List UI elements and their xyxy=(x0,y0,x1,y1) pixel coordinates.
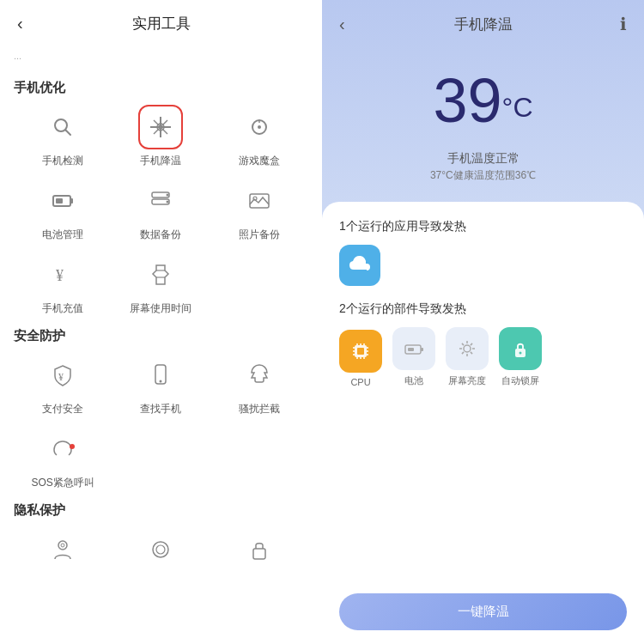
item-privacy2[interactable] xyxy=(112,527,210,572)
cpu-label: CPU xyxy=(350,377,370,387)
icon-pay-security: ¥ xyxy=(40,353,85,398)
svg-text:¥: ¥ xyxy=(58,371,64,383)
svg-point-16 xyxy=(167,201,169,204)
temp-value: 39 xyxy=(434,66,502,135)
components-section-label: 2个运行的部件导致发热 xyxy=(339,301,627,317)
item-find-phone[interactable]: 查找手机 xyxy=(112,353,210,416)
component-battery[interactable]: 电池 xyxy=(392,327,435,387)
label-photo-backup: 照片备份 xyxy=(239,228,280,242)
item-photo-backup[interactable]: 照片备份 xyxy=(210,179,308,242)
right-back-button[interactable]: ‹ xyxy=(339,15,345,34)
svg-rect-11 xyxy=(70,198,73,204)
left-content: ... 手机优化 手机检测 xyxy=(0,47,322,644)
component-autolock[interactable]: 自动锁屏 xyxy=(499,327,542,387)
temp-status: 手机温度正常 37°C健康温度范围36℃ xyxy=(322,144,644,186)
label-phone-recharge: 手机充值 xyxy=(42,301,83,316)
svg-point-28 xyxy=(153,542,168,557)
label-disturb-block: 骚扰拦截 xyxy=(239,402,280,416)
temp-normal-text: 手机温度正常 xyxy=(322,151,644,167)
optimize-grid: 手机检测 手机降温 xyxy=(14,105,308,316)
svg-line-1 xyxy=(66,131,71,136)
label-find-phone: 查找手机 xyxy=(140,402,181,416)
left-title: 实用工具 xyxy=(132,14,191,33)
left-header: ‹ 实用工具 xyxy=(0,0,322,47)
svg-rect-32 xyxy=(357,348,364,355)
right-title: 手机降温 xyxy=(454,15,513,34)
icon-sos-call xyxy=(40,427,85,471)
svg-rect-47 xyxy=(408,348,414,351)
label-battery-mgmt: 电池管理 xyxy=(42,228,83,242)
bottom-btn-wrap: 一键降温 xyxy=(322,583,644,644)
component-cpu[interactable]: CPU xyxy=(339,330,382,387)
temp-sub-text: 37°C健康温度范围36℃ xyxy=(322,168,644,183)
label-data-backup: 数据备份 xyxy=(140,228,181,242)
label-phone-cool: 手机降温 xyxy=(140,154,181,168)
right-header: ‹ 手机降温 ℹ xyxy=(322,0,644,48)
left-back-button[interactable]: ‹ xyxy=(17,14,23,33)
label-screen-time: 屏幕使用时间 xyxy=(130,301,191,316)
cpu-icon xyxy=(339,330,382,373)
svg-point-25 xyxy=(70,444,75,449)
item-phone-recharge[interactable]: ¥ 手机充值 xyxy=(14,252,112,316)
label-game-magic: 游戏魔盒 xyxy=(239,154,280,168)
item-sos-call[interactable]: SOS紧急呼叫 xyxy=(14,427,112,490)
item-disturb-block[interactable]: 骚扰拦截 xyxy=(210,353,308,416)
svg-rect-30 xyxy=(253,549,265,559)
svg-point-15 xyxy=(167,194,169,197)
components-grid: CPU 电池 xyxy=(339,327,627,387)
section-title-optimize: 手机优化 xyxy=(14,80,308,96)
section-title-security: 安全防护 xyxy=(14,328,308,344)
section-title-privacy: 隐私保护 xyxy=(14,502,308,519)
autolock-label: 自动锁屏 xyxy=(501,374,539,387)
cool-down-button[interactable]: 一键降温 xyxy=(339,593,627,630)
autolock-icon xyxy=(499,327,542,370)
svg-point-8 xyxy=(258,125,261,129)
svg-point-27 xyxy=(61,544,64,547)
icon-phone-check xyxy=(40,105,85,149)
label-pay-security: 支付安全 xyxy=(42,402,83,416)
icon-data-backup xyxy=(138,179,183,223)
truncated-label: ... xyxy=(14,47,308,68)
battery-label: 电池 xyxy=(404,374,423,387)
apps-section-label: 1个运行的应用导致发热 xyxy=(339,219,627,234)
svg-point-29 xyxy=(156,545,165,554)
icon-privacy2 xyxy=(138,527,183,572)
icon-find-phone xyxy=(138,353,183,398)
item-phone-cool[interactable]: 手机降温 xyxy=(112,105,210,168)
svg-line-54 xyxy=(471,352,472,354)
item-data-backup[interactable]: 数据备份 xyxy=(112,179,210,242)
icon-battery-mgmt xyxy=(40,179,85,223)
info-icon[interactable]: ℹ xyxy=(620,14,627,34)
svg-line-56 xyxy=(462,352,464,354)
label-sos-call: SOS紧急呼叫 xyxy=(31,476,94,490)
item-battery-mgmt[interactable]: 电池管理 xyxy=(14,179,112,242)
item-pay-security[interactable]: ¥ 支付安全 xyxy=(14,353,112,416)
item-phone-check[interactable]: 手机检测 xyxy=(14,105,112,168)
svg-line-55 xyxy=(471,343,472,345)
icon-phone-cool xyxy=(138,105,183,149)
temperature-display: 39°C xyxy=(322,48,644,144)
icon-disturb-block xyxy=(237,353,282,398)
component-brightness[interactable]: 屏幕亮度 xyxy=(446,327,489,387)
svg-rect-46 xyxy=(421,348,423,351)
svg-point-58 xyxy=(519,352,522,355)
item-privacy3[interactable] xyxy=(210,527,308,572)
item-screen-time[interactable]: 屏幕使用时间 xyxy=(112,252,210,316)
svg-line-53 xyxy=(462,343,464,345)
cloud-app-icon xyxy=(339,245,380,286)
icon-game-magic xyxy=(237,105,282,149)
battery-icon xyxy=(392,327,435,370)
icon-photo-backup xyxy=(237,179,282,223)
apps-row xyxy=(339,245,627,286)
brightness-icon xyxy=(446,327,489,370)
privacy-grid xyxy=(14,527,308,572)
apps-section: 1个运行的应用导致发热 xyxy=(339,219,627,286)
icon-privacy1 xyxy=(40,527,85,572)
svg-point-26 xyxy=(58,541,67,550)
item-privacy1[interactable] xyxy=(14,527,112,572)
svg-point-24 xyxy=(160,380,162,383)
item-game-magic[interactable]: 游戏魔盒 xyxy=(210,105,308,168)
left-panel: ‹ 实用工具 ... 手机优化 手机检测 xyxy=(0,0,322,644)
svg-text:¥: ¥ xyxy=(56,267,64,284)
icon-screen-time xyxy=(138,252,183,297)
